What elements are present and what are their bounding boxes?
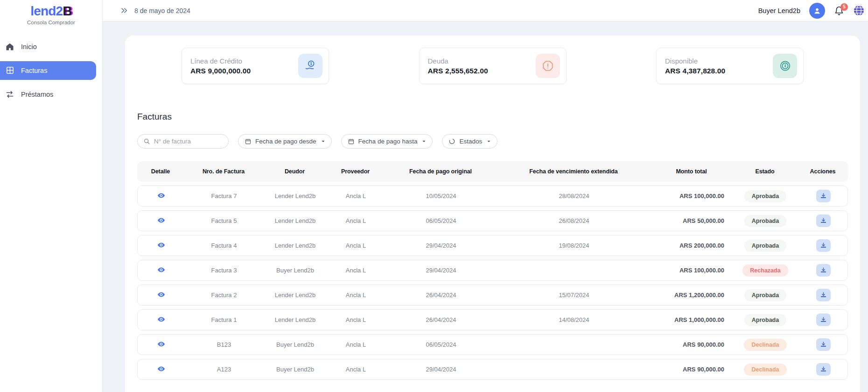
debtor: Buyer Lend2b — [264, 267, 327, 274]
brand-subtitle: Consola Comprador — [3, 20, 99, 25]
search-icon — [143, 138, 150, 145]
total-amount: ARS 1,000,000.00 — [651, 316, 733, 323]
download-icon — [820, 242, 827, 249]
table-row: Factura 4 Lender Lend2b Ancla L 29/04/20… — [137, 235, 848, 256]
download-button[interactable] — [816, 338, 831, 351]
content-panel: Línea de Crédito ARS 9,000,000.00 Deuda … — [125, 36, 860, 392]
download-button[interactable] — [816, 363, 831, 376]
coins-icon — [773, 54, 797, 78]
payment-date-original: 10/05/2024 — [385, 192, 497, 200]
filters-bar: Fecha de pago desde Fecha de pago hasta — [137, 134, 848, 149]
download-button[interactable] — [816, 214, 831, 227]
card-label: Deuda — [428, 57, 488, 65]
debtor: Lender Lend2b — [264, 292, 327, 299]
status-badge: Aprobada — [744, 289, 786, 301]
view-detail-button[interactable] — [157, 192, 165, 200]
total-amount: ARS 1,200,000.00 — [651, 292, 733, 299]
status-badge: Rechazada — [742, 264, 788, 277]
total-amount: ARS 90,000.00 — [651, 341, 733, 348]
column-header: Deudor — [263, 168, 326, 175]
invoice-search — [137, 134, 229, 149]
download-button[interactable] — [816, 289, 831, 301]
status-circle-icon — [448, 138, 455, 145]
card-value: ARS 2,555,652.00 — [428, 67, 488, 75]
view-detail-button[interactable] — [157, 365, 165, 373]
provider: Ancla L — [327, 217, 385, 224]
eye-icon — [157, 266, 165, 274]
avatar[interactable] — [809, 3, 825, 19]
table-row: Factura 3 Buyer Lend2b Ancla L 29/04/202… — [137, 260, 848, 281]
column-header: Detalle — [137, 168, 184, 175]
download-button[interactable] — [816, 264, 831, 277]
status-badge: Declinada — [744, 339, 786, 351]
column-header: Estado — [732, 168, 798, 175]
content-background: Línea de Crédito ARS 9,000,000.00 Deuda … — [103, 21, 868, 392]
calendar-icon — [245, 138, 252, 145]
debtor: Buyer Lend2b — [264, 341, 327, 348]
home-icon — [5, 42, 15, 52]
column-header: Nro. de Factura — [184, 168, 263, 175]
topbar-right: Buyer Lend2b 5 — [758, 3, 866, 19]
sidebar-item-label: Inicio — [21, 43, 37, 50]
states-filter-button[interactable]: Estados — [442, 134, 497, 149]
download-button[interactable] — [816, 239, 831, 252]
total-amount: ARS 100,000.00 — [651, 192, 733, 200]
column-header: Fecha de vencimiento extendida — [497, 168, 651, 175]
payment-date-original: 06/05/2024 — [385, 217, 497, 224]
provider: Ancla L — [327, 267, 385, 274]
extended-due-date: 26/08/2024 — [497, 217, 651, 224]
view-detail-button[interactable] — [157, 291, 165, 299]
table-row: Factura 5 Lender Lend2b Ancla L 06/05/20… — [137, 210, 848, 231]
view-detail-button[interactable] — [157, 340, 165, 348]
table-body: Factura 7 Lender Lend2b Ancla L 10/05/20… — [137, 185, 848, 380]
alert-octagon-icon — [536, 54, 560, 78]
download-icon — [820, 267, 827, 274]
invoice-number: Factura 3 — [184, 267, 264, 274]
view-detail-button[interactable] — [157, 216, 165, 224]
eye-icon — [157, 340, 165, 348]
search-input[interactable] — [154, 138, 223, 145]
status-badge: Aprobada — [744, 240, 786, 252]
swap-arrows-icon — [5, 89, 15, 100]
view-detail-button[interactable] — [157, 266, 165, 274]
sidebar-item-label: Préstamos — [21, 91, 53, 98]
notification-badge: 5 — [840, 3, 848, 11]
card-disponible: Disponible ARS 4,387,828.00 — [656, 48, 804, 84]
column-header: Proveedor — [326, 168, 385, 175]
eye-icon — [157, 241, 165, 249]
debtor: Buyer Lend2b — [264, 366, 327, 373]
debtor: Lender Lend2b — [264, 192, 327, 200]
column-header: Acciones — [798, 168, 848, 175]
download-button[interactable] — [816, 190, 831, 202]
provider: Ancla L — [327, 292, 385, 299]
sidebar-item-inicio[interactable]: Inicio — [0, 37, 96, 56]
globe-icon[interactable] — [853, 5, 865, 16]
bell-icon[interactable]: 5 — [834, 6, 844, 16]
sidebar-item-prestamos[interactable]: Préstamos — [0, 85, 96, 104]
view-detail-button[interactable] — [157, 315, 165, 323]
grid-icon — [5, 65, 15, 76]
sidebar-item-facturas[interactable]: Facturas — [0, 61, 96, 80]
total-amount: ARS 50,000.00 — [651, 217, 733, 224]
eye-icon — [157, 192, 165, 200]
date-to-filter-button[interactable]: Fecha de pago hasta — [341, 134, 433, 149]
payment-date-original: 06/05/2024 — [385, 341, 497, 348]
card-label: Disponible — [665, 57, 725, 65]
view-detail-button[interactable] — [157, 241, 165, 249]
invoices-table: Detalle Nro. de Factura Deudor Proveedor… — [137, 161, 848, 380]
provider: Ancla L — [327, 316, 385, 323]
eye-icon — [157, 216, 165, 224]
download-icon — [820, 316, 827, 323]
sidebar: lend2B Consola Comprador Inicio Facturas… — [0, 0, 103, 392]
double-chevron-right-icon[interactable] — [120, 7, 128, 14]
date-from-filter-button[interactable]: Fecha de pago desde — [238, 134, 332, 149]
eye-icon — [157, 315, 165, 323]
download-button[interactable] — [816, 314, 831, 326]
invoice-number: Factura 2 — [184, 292, 264, 299]
page-title: Facturas — [137, 112, 848, 122]
download-icon — [820, 341, 827, 348]
extended-due-date: 15/07/2024 — [497, 292, 651, 299]
payment-date-original: 26/04/2024 — [385, 292, 497, 299]
column-header: Fecha de pago original — [385, 168, 497, 175]
download-icon — [820, 292, 827, 299]
